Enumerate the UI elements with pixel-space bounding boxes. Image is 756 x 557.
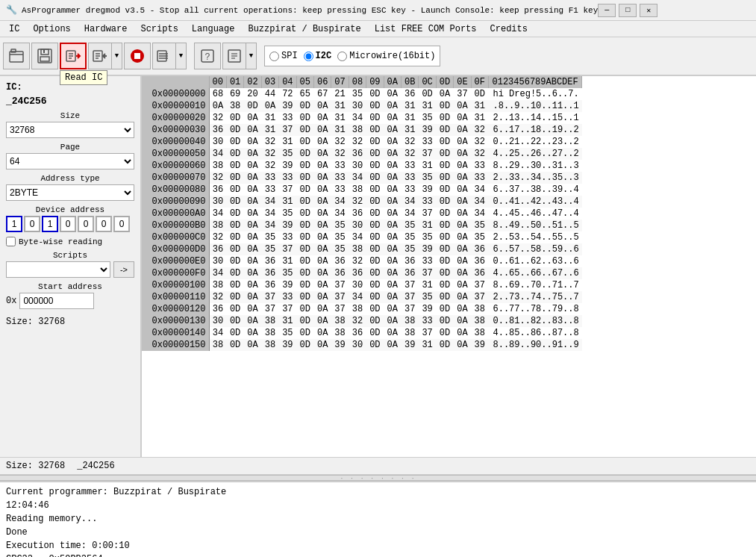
hex-cell-19-2[interactable]: 0A bbox=[244, 315, 261, 327]
hex-cell-8-5[interactable]: 0D bbox=[296, 184, 313, 196]
addr-bit-3[interactable] bbox=[60, 216, 76, 232]
hex-cell-18-10[interactable]: 0A bbox=[384, 303, 401, 315]
hex-cell-0-5[interactable]: 65 bbox=[296, 88, 313, 100]
hex-cell-18-9[interactable]: 0D bbox=[366, 303, 384, 315]
hex-cell-15-10[interactable]: 0A bbox=[384, 267, 401, 279]
hex-cell-17-8[interactable]: 34 bbox=[349, 291, 366, 303]
hex-cell-3-6[interactable]: 0A bbox=[313, 124, 331, 136]
hex-cell-6-15[interactable]: 33 bbox=[471, 160, 488, 172]
hex-cell-20-5[interactable]: 0D bbox=[296, 327, 313, 339]
hex-cell-7-0[interactable]: 32 bbox=[209, 172, 226, 184]
hex-cell-20-0[interactable]: 34 bbox=[209, 327, 226, 339]
hex-cell-12-9[interactable]: 0D bbox=[366, 231, 384, 243]
hex-cell-6-8[interactable]: 30 bbox=[349, 160, 366, 172]
hex-cell-3-12[interactable]: 39 bbox=[419, 124, 436, 136]
hex-cell-5-4[interactable]: 35 bbox=[279, 148, 296, 160]
hex-cell-15-15[interactable]: 36 bbox=[471, 267, 488, 279]
hex-cell-17-10[interactable]: 0A bbox=[384, 291, 401, 303]
hex-cell-6-9[interactable]: 0D bbox=[366, 160, 384, 172]
hex-cell-5-13[interactable]: 0D bbox=[436, 148, 453, 160]
hex-cell-3-2[interactable]: 0A bbox=[244, 124, 261, 136]
hex-cell-14-12[interactable]: 33 bbox=[419, 255, 436, 267]
hex-cell-19-8[interactable]: 32 bbox=[349, 315, 366, 327]
hex-cell-2-14[interactable]: 0A bbox=[454, 112, 471, 124]
menu-item-ic[interactable]: IC bbox=[3, 22, 25, 36]
hex-cell-10-12[interactable]: 37 bbox=[419, 208, 436, 220]
hex-cell-9-6[interactable]: 0A bbox=[313, 196, 331, 208]
hex-cell-5-6[interactable]: 0A bbox=[313, 148, 331, 160]
hex-cell-12-11[interactable]: 35 bbox=[401, 231, 418, 243]
hex-cell-12-3[interactable]: 35 bbox=[261, 231, 278, 243]
hex-cell-20-9[interactable]: 0D bbox=[366, 327, 384, 339]
hex-cell-9-15[interactable]: 34 bbox=[471, 196, 488, 208]
hex-cell-17-1[interactable]: 0D bbox=[226, 291, 243, 303]
hex-cell-4-2[interactable]: 0A bbox=[244, 136, 261, 148]
hex-cell-14-6[interactable]: 0A bbox=[313, 255, 331, 267]
hex-cell-3-4[interactable]: 37 bbox=[279, 124, 296, 136]
hex-cell-19-11[interactable]: 38 bbox=[401, 315, 418, 327]
hex-cell-0-4[interactable]: 72 bbox=[279, 88, 296, 100]
hex-cell-14-13[interactable]: 0D bbox=[436, 255, 453, 267]
hex-cell-9-1[interactable]: 0D bbox=[226, 196, 243, 208]
hex-cell-11-10[interactable]: 0A bbox=[384, 220, 401, 231]
hex-cell-21-13[interactable]: 0D bbox=[436, 339, 453, 351]
chip-info-button[interactable]: ? bbox=[194, 43, 221, 69]
hex-cell-21-1[interactable]: 0D bbox=[226, 339, 243, 351]
hex-cell-2-13[interactable]: 0D bbox=[436, 112, 453, 124]
hex-cell-2-7[interactable]: 31 bbox=[331, 112, 349, 124]
hex-cell-5-3[interactable]: 32 bbox=[261, 148, 278, 160]
hex-cell-10-11[interactable]: 34 bbox=[401, 208, 418, 220]
addr-bit-6[interactable] bbox=[113, 216, 130, 232]
hex-cell-21-14[interactable]: 0A bbox=[454, 339, 471, 351]
hex-cell-2-8[interactable]: 34 bbox=[349, 112, 366, 124]
addr-bit-5[interactable] bbox=[96, 216, 112, 232]
hex-cell-6-6[interactable]: 0A bbox=[313, 160, 331, 172]
size-select[interactable]: 32768 bbox=[6, 122, 134, 138]
hex-cell-1-8[interactable]: 30 bbox=[349, 100, 366, 112]
hex-cell-7-15[interactable]: 33 bbox=[471, 172, 488, 184]
hex-cell-20-12[interactable]: 37 bbox=[419, 327, 436, 339]
hex-cell-4-7[interactable]: 32 bbox=[331, 136, 349, 148]
hex-cell-7-8[interactable]: 34 bbox=[349, 172, 366, 184]
hex-cell-21-15[interactable]: 39 bbox=[471, 339, 488, 351]
hex-cell-16-13[interactable]: 0D bbox=[436, 279, 453, 291]
hex-cell-12-8[interactable]: 34 bbox=[349, 231, 366, 243]
hex-cell-19-7[interactable]: 38 bbox=[331, 315, 349, 327]
hex-cell-13-13[interactable]: 0D bbox=[436, 243, 453, 255]
hex-cell-2-1[interactable]: 0D bbox=[226, 112, 243, 124]
hex-cell-13-11[interactable]: 35 bbox=[401, 243, 418, 255]
hex-cell-14-5[interactable]: 0D bbox=[296, 255, 313, 267]
hex-cell-20-2[interactable]: 0A bbox=[244, 327, 261, 339]
hex-cell-9-5[interactable]: 0D bbox=[296, 196, 313, 208]
hex-cell-1-7[interactable]: 31 bbox=[331, 100, 349, 112]
hex-cell-18-11[interactable]: 37 bbox=[401, 303, 418, 315]
hex-cell-9-10[interactable]: 0A bbox=[384, 196, 401, 208]
hex-cell-3-3[interactable]: 31 bbox=[261, 124, 278, 136]
hex-cell-21-0[interactable]: 38 bbox=[209, 339, 226, 351]
hex-cell-16-0[interactable]: 38 bbox=[209, 279, 226, 291]
hex-cell-10-6[interactable]: 0A bbox=[313, 208, 331, 220]
hex-cell-11-4[interactable]: 39 bbox=[279, 220, 296, 231]
hex-cell-17-2[interactable]: 0A bbox=[244, 291, 261, 303]
hex-cell-7-10[interactable]: 0A bbox=[384, 172, 401, 184]
hex-cell-8-12[interactable]: 39 bbox=[419, 184, 436, 196]
hex-cell-10-9[interactable]: 0D bbox=[366, 208, 384, 220]
hex-cell-0-2[interactable]: 20 bbox=[244, 88, 261, 100]
hex-cell-19-4[interactable]: 31 bbox=[279, 315, 296, 327]
hex-cell-5-1[interactable]: 0D bbox=[226, 148, 243, 160]
hex-cell-0-8[interactable]: 35 bbox=[349, 88, 366, 100]
buffer-button[interactable]: ▼ bbox=[222, 43, 257, 69]
hex-cell-7-5[interactable]: 0D bbox=[296, 172, 313, 184]
hex-cell-7-9[interactable]: 0D bbox=[366, 172, 384, 184]
hex-cell-16-14[interactable]: 0A bbox=[454, 279, 471, 291]
hex-cell-14-7[interactable]: 36 bbox=[331, 255, 349, 267]
hex-cell-20-15[interactable]: 38 bbox=[471, 327, 488, 339]
hex-cell-17-11[interactable]: 37 bbox=[401, 291, 418, 303]
hex-cell-14-15[interactable]: 36 bbox=[471, 255, 488, 267]
hex-cell-21-10[interactable]: 0A bbox=[384, 339, 401, 351]
menu-item-scripts[interactable]: Scripts bbox=[134, 22, 184, 36]
hex-cell-2-2[interactable]: 0A bbox=[244, 112, 261, 124]
hex-cell-1-10[interactable]: 0A bbox=[384, 100, 401, 112]
menu-item-buzzpirat---buspirate[interactable]: Buzzpirat / Buspirate bbox=[242, 22, 366, 36]
hex-cell-11-11[interactable]: 35 bbox=[401, 220, 418, 231]
